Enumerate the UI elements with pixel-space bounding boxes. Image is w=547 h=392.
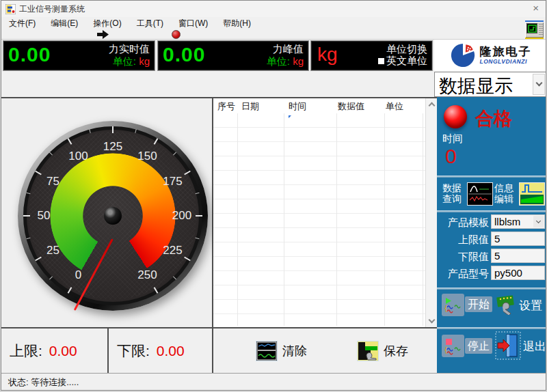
stop-exit-section: { 停止 退出 [437, 329, 546, 373]
limits-bar: 上限: 0.00 下限: 0.00 清除 保 [1, 327, 437, 373]
table-row[interactable] [213, 185, 425, 199]
col-date: 日期 [241, 100, 259, 113]
record-stop-icon[interactable] [172, 30, 181, 39]
menu-tools[interactable]: 工具(T) [129, 18, 171, 29]
table-row[interactable] [213, 156, 425, 171]
upper-limit-field[interactable]: 5 [491, 232, 545, 246]
start-settings-section: { 开始 设置 [437, 290, 546, 327]
settings-icon[interactable] [496, 294, 516, 315]
window-title: 工业信号测量系统 [19, 3, 85, 15]
status-bar: 状态: 等待连接..... [1, 373, 546, 391]
table-row[interactable] [213, 142, 425, 156]
brand-logo-icon [450, 42, 476, 68]
col-index: 序号 [217, 100, 235, 113]
table-row[interactable] [213, 271, 425, 285]
table-body [213, 113, 425, 327]
table-row[interactable] [213, 113, 425, 128]
clear-label: 清除 [282, 343, 307, 359]
chevron-down-icon[interactable] [533, 74, 545, 95]
exit-icon[interactable] [495, 331, 521, 360]
upper-limit-display: 上限: 0.00 [1, 328, 109, 373]
cell-cursor [289, 115, 291, 118]
peak-label: 力峰值 [273, 43, 304, 56]
settings-button[interactable]: 设置 [519, 298, 542, 313]
table-row[interactable] [213, 128, 425, 142]
data-table: 序号 日期 时间 数据值 单位 [213, 97, 437, 327]
svg-text:{: { [444, 346, 448, 354]
save-button[interactable]: 保存 [357, 328, 408, 373]
start-button[interactable]: 开始 [465, 296, 492, 312]
title-bar: 工业信号测量系统 × [1, 1, 546, 17]
col-time: 时间 [289, 100, 306, 113]
panel-view-icon[interactable] [525, 20, 544, 39]
menu-help[interactable]: 帮助(H) [215, 18, 258, 29]
info-edit-button[interactable]: 信息 编辑 [494, 182, 513, 204]
save-label: 保存 [384, 343, 408, 359]
unit-value: kg [317, 44, 338, 66]
lower-limit-caption: 下限: [117, 341, 150, 361]
scroll-up-icon[interactable] [429, 102, 436, 109]
peak-value: 0.00 [163, 43, 205, 66]
table-row[interactable] [213, 199, 425, 214]
table-row[interactable] [213, 171, 425, 185]
brand-name: 隆旅电子 [480, 46, 532, 57]
app-icon [5, 4, 16, 14]
table-scrollbar[interactable] [425, 98, 437, 327]
template-label: 产品模板 [437, 216, 489, 229]
model-field[interactable]: py500 [491, 266, 545, 280]
view-selector[interactable]: 数据显示 [434, 72, 546, 97]
peak-unit-label: 单位: [267, 55, 290, 67]
svg-text:{: { [444, 305, 448, 312]
table-row[interactable] [213, 214, 425, 228]
stop-icon[interactable]: { [442, 335, 464, 357]
english-unit-label: 英文单位 [386, 55, 427, 68]
query-edit-section: 数据 查询 信息 编辑 [437, 178, 546, 210]
run-arrow-icon[interactable] [97, 30, 109, 39]
scroll-down-icon[interactable] [429, 317, 436, 324]
menu-operate[interactable]: 操作(O) [85, 18, 129, 29]
template-dropdown[interactable]: llblsm [491, 214, 545, 229]
menu-window[interactable]: 窗口(W) [171, 18, 215, 29]
table-row[interactable] [213, 257, 425, 271]
table-row[interactable] [213, 300, 425, 314]
peak-unit: kg [293, 55, 304, 67]
status-led [444, 105, 467, 128]
start-icon[interactable]: { [442, 294, 464, 316]
chevron-down-icon[interactable] [533, 216, 544, 227]
force-gauge: 0255075100125150175200225250 [18, 121, 208, 311]
lower-limit-label: 下限值 [437, 251, 489, 264]
table-row[interactable] [213, 242, 425, 257]
close-icon[interactable]: × [533, 3, 539, 14]
view-selector-value: 数据显示 [439, 74, 513, 98]
upper-limit-value: 0.00 [49, 343, 77, 359]
lower-limit-display: 下限: 0.00 [109, 328, 213, 373]
peak-display: 0.00 力峰值 单位: kg [157, 40, 309, 71]
info-edit-icon[interactable] [519, 182, 545, 206]
stop-button[interactable]: 停止 [465, 338, 492, 354]
realtime-display: 0.00 力实时值 单位: kg [3, 40, 155, 71]
menu-edit[interactable]: 编辑(E) [43, 18, 85, 29]
table-row[interactable] [213, 285, 425, 300]
save-icon [357, 341, 379, 361]
table-row[interactable] [213, 314, 425, 328]
table-header: 序号 日期 时间 数据值 单位 [213, 98, 425, 113]
model-label: 产品型号 [437, 268, 489, 281]
lower-limit-field[interactable]: 5 [491, 249, 545, 263]
clear-button[interactable]: 清除 [256, 328, 307, 373]
gauge-hub [104, 207, 122, 225]
realtime-unit: kg [139, 55, 150, 67]
realtime-unit-label: 单位: [113, 55, 136, 67]
data-query-icon[interactable] [467, 182, 493, 206]
realtime-value: 0.00 [8, 43, 51, 66]
exit-button[interactable]: 退出 [523, 339, 546, 354]
status-text: 状态: 等待连接..... [8, 376, 79, 389]
clear-icon [256, 341, 278, 361]
data-query-button[interactable]: 数据 查询 [442, 182, 462, 204]
result-section: 合格 时间 0 [437, 97, 546, 176]
english-unit-checkbox[interactable] [378, 58, 384, 64]
gauge-panel: 0255075100125150175200225250 [1, 97, 213, 327]
menu-bar: 文件(F) 编辑(E) 操作(O) 工具(T) 窗口(W) 帮助(H) [1, 17, 546, 29]
lower-limit-value: 0.00 [157, 343, 185, 359]
table-row[interactable] [213, 228, 425, 242]
menu-file[interactable]: 文件(F) [1, 18, 43, 29]
